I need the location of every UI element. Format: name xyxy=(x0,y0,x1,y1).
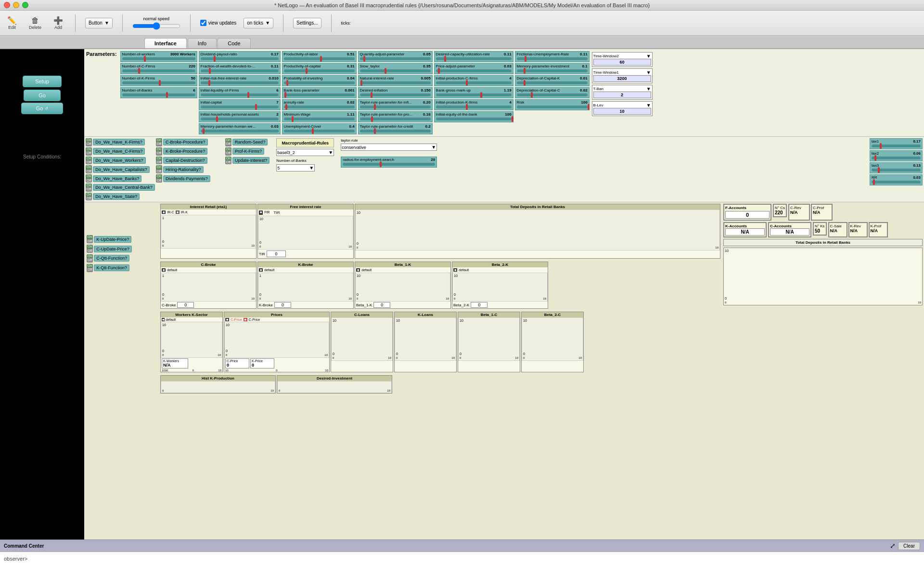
p-s-26[interactable] xyxy=(436,57,512,60)
p-s-14[interactable] xyxy=(284,81,355,84)
toggle-cap-dest-btn[interactable]: OnOff xyxy=(156,157,162,165)
t-ban-value[interactable]: 2 xyxy=(593,92,651,98)
num-banks-dropdown[interactable]: 5 ▼ xyxy=(276,164,315,171)
p-s-30[interactable] xyxy=(436,105,512,108)
p-s-15[interactable] xyxy=(284,93,355,96)
tax3-slider[interactable] xyxy=(872,169,921,171)
p-s-23[interactable] xyxy=(360,105,431,108)
tax1-slider[interactable] xyxy=(872,145,921,147)
c-qtt-fn: OnOff C-Qtt-Function? xyxy=(87,254,156,263)
p-s-31[interactable] xyxy=(436,118,512,120)
expand-icon[interactable]: ⤢ xyxy=(890,542,896,550)
observer-input[interactable] xyxy=(30,556,920,562)
param-num-c-firms: Number-of-C-Firms 220 xyxy=(120,63,197,74)
p-s-24[interactable] xyxy=(360,118,431,120)
p-s-17[interactable] xyxy=(284,118,355,120)
toggle-c-firms-btn[interactable]: OnOff xyxy=(86,147,92,156)
toggle-random-btn[interactable]: OnOff xyxy=(225,138,231,146)
maximize-button[interactable] xyxy=(22,2,28,8)
param-qty-adj: Quantity-adjust-parameter0.05 xyxy=(358,51,433,62)
p-s-21[interactable] xyxy=(360,81,431,84)
toggle-workers: OnOff Do_We_Have_Workers? xyxy=(86,157,155,165)
toggle-workers-btn[interactable]: OnOff xyxy=(86,157,92,165)
b-lev-value[interactable]: 10 xyxy=(593,108,651,115)
toggle-banks-btn[interactable]: OnOff xyxy=(86,174,92,183)
p-s-36[interactable] xyxy=(517,105,588,108)
c-qtt-fn-btn[interactable]: OnOff xyxy=(87,254,93,263)
param-slider[interactable] xyxy=(122,57,195,60)
p-s-6[interactable] xyxy=(201,69,279,72)
p-s-12[interactable] xyxy=(284,57,355,60)
delete-tool[interactable]: 🗑 Delete xyxy=(26,15,44,31)
p-s-18[interactable] xyxy=(284,130,355,132)
p-s-32[interactable] xyxy=(517,57,588,60)
toggle-dividends-btn[interactable]: OnOff xyxy=(156,174,162,183)
go2-button[interactable]: Go ↺ xyxy=(21,103,64,114)
clear-button[interactable]: Clear xyxy=(898,542,920,550)
taylor-dropdown[interactable]: conservative ▼ xyxy=(341,144,437,151)
p-s-22[interactable] xyxy=(360,93,431,96)
param-slider4[interactable] xyxy=(122,93,195,96)
tab-code[interactable]: Code xyxy=(218,38,250,48)
p-s-16[interactable] xyxy=(284,105,355,108)
p-s-25[interactable] xyxy=(360,130,431,132)
param-slider2[interactable] xyxy=(122,69,195,72)
on-ticks-dropdown[interactable]: on ticks ▼ xyxy=(244,18,273,28)
tab-interface[interactable]: Interface xyxy=(144,38,187,48)
k-qtt-fn-btn[interactable]: OnOff xyxy=(87,264,93,272)
toggle-state-btn[interactable]: OnOff xyxy=(86,193,92,201)
p-s-5[interactable] xyxy=(201,57,279,60)
toggle-prof-k-btn[interactable]: OnOff xyxy=(225,147,231,156)
p-s-27[interactable] xyxy=(436,69,512,72)
param-slider3[interactable] xyxy=(122,81,195,84)
radius-slider-bar[interactable] xyxy=(343,163,435,166)
tab-info[interactable]: Info xyxy=(188,38,217,48)
c-prof-value: N/A xyxy=(813,210,831,215)
view-updates-checkbox[interactable] xyxy=(200,20,206,26)
button-dropdown[interactable]: Button ▼ xyxy=(85,18,113,28)
time-window1-value[interactable]: 3200 xyxy=(593,75,651,82)
minimize-button[interactable] xyxy=(13,2,19,8)
toggle-k-firms-btn[interactable]: OnOff xyxy=(86,138,92,146)
toggle-capitalists-btn[interactable]: OnOff xyxy=(86,165,92,173)
n-cs-box: N° Cs 220 xyxy=(773,204,787,217)
p-s-8[interactable] xyxy=(201,93,279,96)
p-s-29[interactable] xyxy=(436,93,512,96)
p-s-28[interactable] xyxy=(436,81,512,84)
speed-slider[interactable] xyxy=(132,22,180,30)
n-cs-value: 220 xyxy=(775,210,785,215)
p-s-19[interactable] xyxy=(360,57,431,60)
param-num-banks: Number-of-Banks 6 xyxy=(120,87,197,98)
go-button[interactable]: Go xyxy=(24,90,61,101)
p-s-33[interactable] xyxy=(517,69,588,72)
p-s-7[interactable] xyxy=(201,81,279,84)
p-s-10[interactable] xyxy=(201,118,279,120)
k-accounts-value: N/A xyxy=(725,228,765,236)
toggle-hiring-btn[interactable]: OnOff xyxy=(156,165,162,173)
toggle-update-interest-btn[interactable]: OnOff xyxy=(225,157,231,165)
settings-button[interactable]: Settings... xyxy=(293,18,321,28)
p-s-11[interactable] xyxy=(201,130,279,132)
c-prof-box: C-Prof N/A xyxy=(811,204,833,221)
toggle-central-bank-btn[interactable]: OnOff xyxy=(86,184,92,192)
macro-rules-dropdown[interactable]: basel3_2 ▼ xyxy=(276,149,334,156)
rr-slider[interactable] xyxy=(872,181,921,184)
param-initial-prod-c: Initial-production-C-firms4 xyxy=(434,75,513,86)
beta1k-value: 0 xyxy=(373,302,390,308)
toggle-c-broke-btn[interactable]: OnOff xyxy=(156,138,162,146)
c-update-price-btn[interactable]: OnOff xyxy=(87,245,93,253)
p-s-34[interactable] xyxy=(517,81,588,84)
k-update-price-btn[interactable]: OnOff xyxy=(87,235,93,243)
toggle-central-bank: OnOff Do_We_Have_Central-Bank? xyxy=(86,184,155,192)
edit-tool[interactable]: ✏️ Edit xyxy=(5,14,19,31)
p-s-13[interactable] xyxy=(284,69,355,72)
close-button[interactable] xyxy=(4,2,10,8)
add-tool[interactable]: ➕ Add xyxy=(51,14,65,31)
toggle-k-broke-btn[interactable]: OnOff xyxy=(156,147,162,156)
setup-button[interactable]: Setup xyxy=(23,76,62,87)
p-s-9[interactable] xyxy=(201,105,279,108)
time-window2-value[interactable]: 60 xyxy=(593,59,651,66)
p-s-20[interactable] xyxy=(360,69,431,72)
tax2-slider[interactable] xyxy=(872,157,921,159)
p-s-35[interactable] xyxy=(517,93,588,96)
